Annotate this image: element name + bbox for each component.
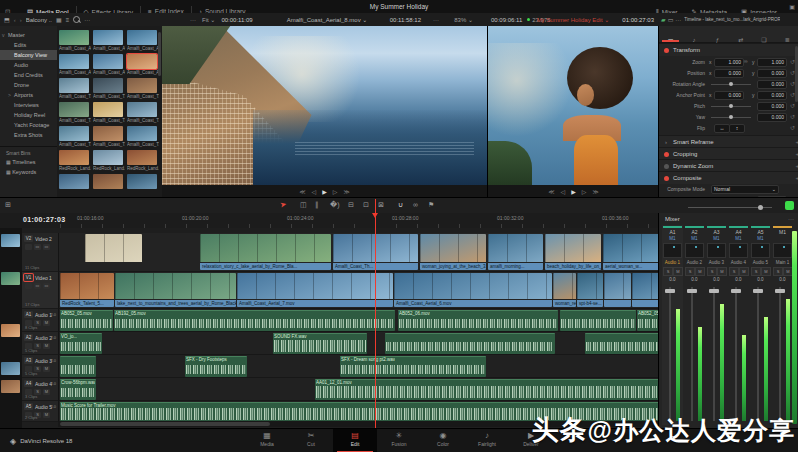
mute-icon[interactable]: M: [43, 343, 50, 349]
flag-icon[interactable]: ⚑: [428, 201, 434, 209]
page-tab-edit[interactable]: ▤Edit: [333, 429, 377, 452]
y-value-field[interactable]: 0.000: [757, 69, 787, 78]
composite-mode-select[interactable]: Normal ⌄: [711, 185, 779, 194]
mute-button[interactable]: M: [761, 267, 771, 276]
param-slider[interactable]: [711, 117, 751, 118]
timeline-zoom-slider[interactable]: [688, 207, 772, 208]
fader-handle[interactable]: [753, 289, 763, 293]
media-pool-options-icon[interactable]: ···: [84, 17, 90, 23]
selection-mode-icon[interactable]: ➤: [279, 199, 287, 209]
audio-clip[interactable]: VO_jo...: [60, 333, 102, 354]
mixer-strip-a4[interactable]: A4M1Audio 4SM0.0: [728, 225, 749, 425]
strip-bus-assign[interactable]: M1: [662, 236, 683, 241]
timeline-name[interactable]: My Summer Holiday Edit ⌄: [527, 16, 619, 23]
play-forward-icon[interactable]: ▷: [333, 188, 338, 195]
media-clip-thumbnail[interactable]: [127, 150, 157, 165]
media-clip-thumbnail[interactable]: [93, 78, 123, 93]
value-field[interactable]: 0.000: [757, 113, 787, 122]
mute-icon[interactable]: M: [43, 366, 50, 372]
zoom-slider-handle[interactable]: [758, 205, 763, 210]
forward-icon[interactable]: ›: [20, 17, 22, 23]
track-lane-a1[interactable]: AB052_05.movAB192_05.movAB052_06.movAB05…: [58, 309, 660, 332]
media-clip-thumbnail[interactable]: [127, 54, 157, 69]
back-icon[interactable]: ‹: [14, 17, 16, 23]
video-clip[interactable]: relaxation_story_c_lake_aerial_by_Rome_B…: [200, 234, 331, 270]
smart-bin-timelines[interactable]: ▦ Timelines: [6, 159, 35, 165]
media-clip-thumbnail[interactable]: [93, 102, 123, 117]
mute-button[interactable]: M: [717, 267, 727, 276]
pan-control[interactable]: [729, 243, 748, 258]
link-xy-icon[interactable]: ∞: [744, 58, 748, 64]
timeline-ruler[interactable]: 01:00:27:03 01:00:16:0001:00:20:0001:00:…: [0, 213, 660, 229]
y-value-field[interactable]: 0.000: [757, 91, 787, 100]
mute-icon[interactable]: M: [43, 320, 50, 326]
thumbnail-view-icon[interactable]: ▦: [56, 16, 62, 23]
track-badge[interactable]: A2: [24, 334, 33, 341]
video-clip[interactable]: aerial_woman_w...: [603, 234, 660, 270]
page-tab-fairlight[interactable]: ♪Fairlight: [465, 429, 509, 452]
audio-clip[interactable]: [60, 356, 96, 377]
expander-icon[interactable]: v: [2, 30, 5, 40]
bin-item-master[interactable]: vMaster: [0, 30, 65, 40]
mute-button[interactable]: M: [695, 267, 705, 276]
solo-button[interactable]: S: [685, 267, 695, 276]
track-lane-v1[interactable]: RedRock_Talent_5...lake_next_to_mountain…: [58, 272, 660, 309]
fader-handle[interactable]: [731, 289, 741, 293]
video-clip[interactable]: [604, 273, 631, 307]
jump-start-icon[interactable]: ≪: [548, 188, 554, 195]
jump-start-icon[interactable]: ≪: [299, 188, 305, 195]
media-clip-thumbnail[interactable]: [59, 30, 89, 45]
media-clip-thumbnail[interactable]: [127, 126, 157, 141]
insert-clip-icon[interactable]: ⊟: [348, 201, 354, 209]
track-lane-a2[interactable]: VO_jo...SOUND FX.wav: [58, 332, 660, 355]
mixer-options-icon[interactable]: ···: [788, 216, 794, 222]
track-lane-a4[interactable]: Crow-56bpm.wavAA01_12_01.mov: [58, 378, 660, 401]
scrollbar-thumb[interactable]: [60, 422, 270, 426]
fader-track[interactable]: [691, 287, 693, 421]
source-options-icon[interactable]: ···: [190, 17, 196, 23]
source-zoom-select[interactable]: Fit ⌄: [202, 16, 215, 23]
audio-clip[interactable]: SOUND FX.wav: [273, 333, 367, 354]
video-clip[interactable]: Amalfi_Coast_Aerial_7.mov: [237, 273, 393, 307]
solo-button[interactable]: S: [773, 267, 783, 276]
lock-icon[interactable]: [25, 244, 32, 250]
media-clip-thumbnail[interactable]: [59, 102, 89, 117]
audio-clip[interactable]: AA01_12_01.mov: [315, 379, 660, 400]
track-lane-v2[interactable]: relaxation_story_c_lake_aerial_by_Rome_B…: [58, 233, 660, 272]
enable-icon[interactable]: ▭: [34, 283, 41, 289]
media-clip-thumbnail[interactable]: [127, 102, 157, 117]
video-clip[interactable]: woman_joying_at_the_beach_3.f...: [420, 234, 486, 270]
section-enable-dot[interactable]: [664, 164, 669, 169]
section-enable-dot[interactable]: [664, 152, 669, 157]
video-clip[interactable]: RedRock_Talent_5...: [60, 273, 114, 307]
playhead-handle[interactable]: [372, 213, 378, 218]
fader-track[interactable]: [757, 287, 759, 421]
trim-mode-icon[interactable]: ◫: [300, 201, 307, 209]
play-icon[interactable]: ▶: [571, 188, 576, 195]
section-enable-dot[interactable]: [664, 176, 669, 181]
video-clip[interactable]: beach_holiday_by_life_on_the...: [545, 234, 601, 270]
timeline-options-icon[interactable]: ⊞: [5, 201, 11, 209]
fader-track[interactable]: [735, 287, 737, 421]
video-clip[interactable]: [632, 273, 660, 307]
mixer-strip-a1[interactable]: A1M1Audio 1SM0.0: [662, 225, 683, 425]
reset-icon[interactable]: ↺: [790, 124, 795, 131]
solo-button[interactable]: S: [729, 267, 739, 276]
solo-button[interactable]: S: [751, 267, 761, 276]
audio-clip[interactable]: AB052_06.mov: [398, 310, 558, 331]
page-tab-cut[interactable]: ✂Cut: [289, 429, 333, 452]
video-clip[interactable]: lake_next_to_mountains_and_trees_aerial_…: [115, 273, 236, 307]
jump-end-icon[interactable]: ≫: [343, 188, 349, 195]
linked-selection-icon[interactable]: ∞: [413, 201, 418, 208]
value-field[interactable]: 0.000: [757, 102, 787, 111]
inspector-tab-video[interactable]: ▭Video: [659, 26, 682, 42]
smart-bin-keywords[interactable]: ▦ Keywords: [6, 169, 36, 175]
fader-handle[interactable]: [709, 289, 719, 293]
dynamic-trim-icon[interactable]: ∥: [315, 201, 319, 209]
source-clip-name[interactable]: Amalfi_Coast_Aerial_8.mov ⌄: [252, 16, 402, 23]
strip-bus-assign[interactable]: M1: [750, 236, 771, 241]
media-clip-thumbnail[interactable]: [59, 126, 89, 141]
slider-knob[interactable]: [729, 115, 733, 119]
media-clip-thumbnail[interactable]: [59, 54, 89, 69]
audio-clip[interactable]: [585, 333, 660, 354]
